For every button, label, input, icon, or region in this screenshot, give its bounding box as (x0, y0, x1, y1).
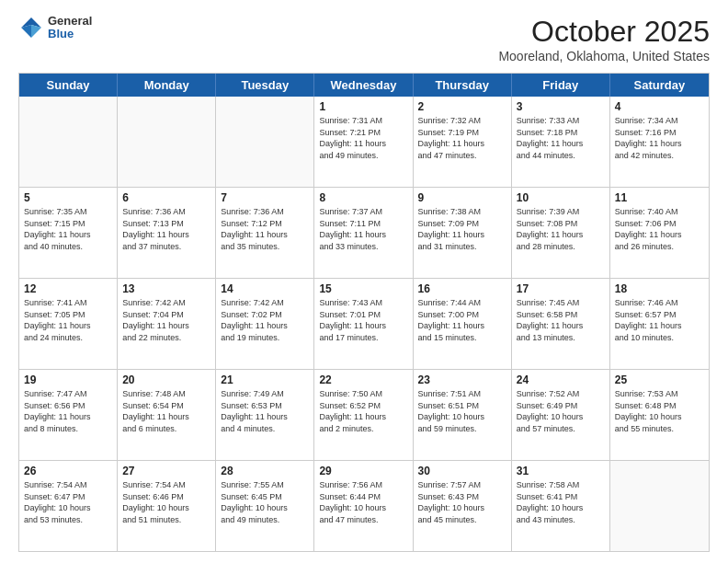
day-cell-20: 20Sunrise: 7:48 AM Sunset: 6:54 PM Dayli… (118, 370, 216, 460)
calendar-week-2: 5Sunrise: 7:35 AM Sunset: 7:15 PM Daylig… (19, 188, 709, 279)
day-info: Sunrise: 7:42 AM Sunset: 7:02 PM Dayligh… (221, 297, 309, 343)
calendar-week-1: 1Sunrise: 7:31 AM Sunset: 7:21 PM Daylig… (19, 97, 709, 188)
calendar-header-row: Sunday Monday Tuesday Wednesday Thursday… (19, 74, 709, 97)
day-number: 18 (615, 282, 704, 295)
day-cell-17: 17Sunrise: 7:45 AM Sunset: 6:58 PM Dayli… (512, 279, 610, 369)
day-number: 19 (24, 373, 112, 386)
day-cell-empty (610, 461, 709, 551)
day-number: 12 (24, 282, 112, 295)
day-number: 9 (418, 191, 506, 204)
calendar-week-4: 19Sunrise: 7:47 AM Sunset: 6:56 PM Dayli… (19, 370, 709, 461)
header-saturday: Saturday (610, 74, 709, 97)
day-number: 26 (24, 465, 112, 477)
day-info: Sunrise: 7:40 AM Sunset: 7:06 PM Dayligh… (615, 206, 704, 252)
day-number: 1 (319, 100, 407, 113)
day-info: Sunrise: 7:54 AM Sunset: 6:46 PM Dayligh… (122, 479, 210, 525)
day-cell-9: 9Sunrise: 7:38 AM Sunset: 7:09 PM Daylig… (414, 188, 512, 278)
header-friday: Friday (512, 74, 610, 97)
day-cell-12: 12Sunrise: 7:41 AM Sunset: 7:05 PM Dayli… (19, 279, 118, 369)
day-info: Sunrise: 7:36 AM Sunset: 7:12 PM Dayligh… (221, 206, 309, 252)
day-number: 17 (517, 282, 605, 295)
day-cell-1: 1Sunrise: 7:31 AM Sunset: 7:21 PM Daylig… (314, 97, 413, 187)
day-number: 10 (517, 191, 605, 204)
day-cell-empty (19, 97, 118, 187)
calendar-week-5: 26Sunrise: 7:54 AM Sunset: 6:47 PM Dayli… (19, 461, 709, 551)
day-cell-25: 25Sunrise: 7:53 AM Sunset: 6:48 PM Dayli… (610, 370, 709, 460)
day-cell-16: 16Sunrise: 7:44 AM Sunset: 7:00 PM Dayli… (414, 279, 512, 369)
calendar-title: October 2025 (498, 15, 710, 49)
day-info: Sunrise: 7:32 AM Sunset: 7:19 PM Dayligh… (418, 115, 506, 161)
day-number: 4 (615, 100, 704, 113)
day-info: Sunrise: 7:57 AM Sunset: 6:43 PM Dayligh… (418, 479, 506, 525)
day-info: Sunrise: 7:52 AM Sunset: 6:49 PM Dayligh… (517, 388, 605, 434)
day-info: Sunrise: 7:47 AM Sunset: 6:56 PM Dayligh… (24, 388, 112, 434)
calendar: Sunday Monday Tuesday Wednesday Thursday… (18, 73, 710, 552)
day-number: 16 (418, 282, 506, 295)
calendar-body: 1Sunrise: 7:31 AM Sunset: 7:21 PM Daylig… (19, 97, 709, 551)
day-number: 6 (122, 191, 210, 204)
day-number: 27 (122, 465, 210, 477)
header: General Blue October 2025 Mooreland, Okl… (18, 15, 710, 63)
day-info: Sunrise: 7:51 AM Sunset: 6:51 PM Dayligh… (418, 388, 506, 434)
day-info: Sunrise: 7:31 AM Sunset: 7:21 PM Dayligh… (319, 115, 407, 161)
day-info: Sunrise: 7:53 AM Sunset: 6:48 PM Dayligh… (615, 388, 704, 434)
logo-text: General Blue (48, 15, 92, 41)
day-number: 14 (221, 282, 309, 295)
day-cell-15: 15Sunrise: 7:43 AM Sunset: 7:01 PM Dayli… (314, 279, 413, 369)
day-cell-empty (216, 97, 314, 187)
day-info: Sunrise: 7:33 AM Sunset: 7:18 PM Dayligh… (517, 115, 605, 161)
day-cell-7: 7Sunrise: 7:36 AM Sunset: 7:12 PM Daylig… (216, 188, 314, 278)
day-number: 20 (122, 373, 210, 386)
day-cell-8: 8Sunrise: 7:37 AM Sunset: 7:11 PM Daylig… (314, 188, 413, 278)
day-number: 21 (221, 373, 309, 386)
day-cell-18: 18Sunrise: 7:46 AM Sunset: 6:57 PM Dayli… (610, 279, 709, 369)
day-cell-2: 2Sunrise: 7:32 AM Sunset: 7:19 PM Daylig… (414, 97, 512, 187)
day-number: 5 (24, 191, 112, 204)
day-info: Sunrise: 7:41 AM Sunset: 7:05 PM Dayligh… (24, 297, 112, 343)
day-cell-28: 28Sunrise: 7:55 AM Sunset: 6:45 PM Dayli… (216, 461, 314, 551)
day-number: 23 (418, 373, 506, 386)
day-number: 8 (319, 191, 407, 204)
day-info: Sunrise: 7:54 AM Sunset: 6:47 PM Dayligh… (24, 479, 112, 525)
day-number: 11 (615, 191, 704, 204)
day-number: 25 (615, 373, 704, 386)
day-cell-27: 27Sunrise: 7:54 AM Sunset: 6:46 PM Dayli… (118, 461, 216, 551)
day-cell-24: 24Sunrise: 7:52 AM Sunset: 6:49 PM Dayli… (512, 370, 610, 460)
day-cell-13: 13Sunrise: 7:42 AM Sunset: 7:04 PM Dayli… (118, 279, 216, 369)
day-number: 3 (517, 100, 605, 113)
day-cell-empty (118, 97, 216, 187)
day-info: Sunrise: 7:36 AM Sunset: 7:13 PM Dayligh… (122, 206, 210, 252)
header-tuesday: Tuesday (216, 74, 314, 97)
day-number: 2 (418, 100, 506, 113)
day-number: 29 (319, 465, 407, 477)
day-cell-10: 10Sunrise: 7:39 AM Sunset: 7:08 PM Dayli… (512, 188, 610, 278)
day-cell-29: 29Sunrise: 7:56 AM Sunset: 6:44 PM Dayli… (314, 461, 413, 551)
day-number: 7 (221, 191, 309, 204)
day-info: Sunrise: 7:38 AM Sunset: 7:09 PM Dayligh… (418, 206, 506, 252)
day-info: Sunrise: 7:48 AM Sunset: 6:54 PM Dayligh… (122, 388, 210, 434)
day-cell-26: 26Sunrise: 7:54 AM Sunset: 6:47 PM Dayli… (19, 461, 118, 551)
title-block: October 2025 Mooreland, Oklahoma, United… (498, 15, 710, 63)
header-wednesday: Wednesday (314, 74, 413, 97)
day-info: Sunrise: 7:55 AM Sunset: 6:45 PM Dayligh… (221, 479, 309, 525)
day-number: 28 (221, 465, 309, 477)
day-number: 31 (517, 465, 605, 477)
day-cell-19: 19Sunrise: 7:47 AM Sunset: 6:56 PM Dayli… (19, 370, 118, 460)
day-number: 13 (122, 282, 210, 295)
day-number: 22 (319, 373, 407, 386)
day-number: 24 (517, 373, 605, 386)
day-info: Sunrise: 7:35 AM Sunset: 7:15 PM Dayligh… (24, 206, 112, 252)
day-info: Sunrise: 7:46 AM Sunset: 6:57 PM Dayligh… (615, 297, 704, 343)
day-info: Sunrise: 7:56 AM Sunset: 6:44 PM Dayligh… (319, 479, 407, 525)
day-info: Sunrise: 7:34 AM Sunset: 7:16 PM Dayligh… (615, 115, 704, 161)
header-sunday: Sunday (19, 74, 118, 97)
day-cell-5: 5Sunrise: 7:35 AM Sunset: 7:15 PM Daylig… (19, 188, 118, 278)
day-number: 15 (319, 282, 407, 295)
day-cell-6: 6Sunrise: 7:36 AM Sunset: 7:13 PM Daylig… (118, 188, 216, 278)
day-info: Sunrise: 7:37 AM Sunset: 7:11 PM Dayligh… (319, 206, 407, 252)
day-cell-14: 14Sunrise: 7:42 AM Sunset: 7:02 PM Dayli… (216, 279, 314, 369)
calendar-week-3: 12Sunrise: 7:41 AM Sunset: 7:05 PM Dayli… (19, 279, 709, 370)
day-cell-11: 11Sunrise: 7:40 AM Sunset: 7:06 PM Dayli… (610, 188, 709, 278)
day-cell-31: 31Sunrise: 7:58 AM Sunset: 6:41 PM Dayli… (512, 461, 610, 551)
day-cell-30: 30Sunrise: 7:57 AM Sunset: 6:43 PM Dayli… (414, 461, 512, 551)
